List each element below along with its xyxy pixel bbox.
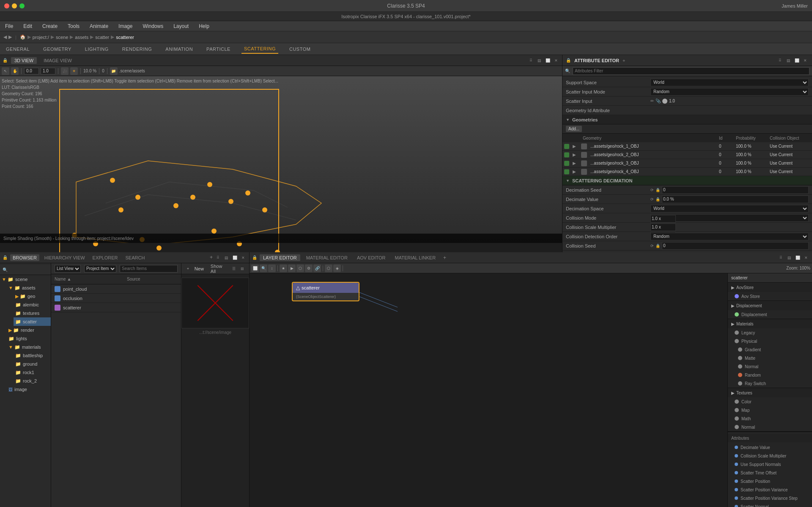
table-row[interactable]: ▶ ...assets/geo/rock_3_OBJ 0 100.0 % Use… <box>562 159 812 168</box>
collision-scale-x[interactable] <box>650 215 676 223</box>
sidebar-item-ray-switch[interactable]: Ray Switch <box>728 379 812 388</box>
geometries-section-header[interactable]: ▼ Geometries <box>562 115 812 124</box>
tree-item-rock2[interactable]: 📁 rock_2 <box>14 377 51 385</box>
attr-expand-icon[interactable]: ⬜ <box>793 57 800 64</box>
menu-image[interactable]: Image <box>117 22 134 30</box>
tool-6[interactable]: ⬡ <box>296 265 304 272</box>
tree-item-battleship[interactable]: 📁 battleship <box>14 351 51 360</box>
scene-3d-view[interactable]: Select: Select item (LMB) Add item to se… <box>0 76 562 243</box>
camera-icon[interactable]: 🎥 <box>61 67 69 75</box>
sidebar-attr-normal[interactable]: Scatter Normal <box>728 502 812 507</box>
sidebar-attr-use-normals[interactable]: Use Support Normals <box>728 460 812 468</box>
node-canvas[interactable]: △ scatterer (SceneObjectScatterer) <box>250 273 727 507</box>
grid-icon[interactable]: ⠿ <box>527 57 534 64</box>
menu-edit[interactable]: Edit <box>22 22 34 30</box>
tool-9[interactable]: ⬡ <box>325 265 332 272</box>
list-item[interactable]: scatterer <box>51 303 181 312</box>
tool-10[interactable]: ◈ <box>333 265 341 272</box>
tree-item-materials[interactable]: ▼ 📁 materials <box>7 343 51 351</box>
breadcrumb-scene[interactable]: scene <box>56 35 68 40</box>
tab-custom[interactable]: CUSTOM <box>287 45 313 53</box>
breadcrumb-project[interactable]: project:/ <box>33 35 49 40</box>
decimate-value-input[interactable] <box>662 196 809 203</box>
tab-material-linker[interactable]: MATERIAL LINKER <box>392 254 439 261</box>
tab-lighting[interactable]: LIGHTING <box>82 45 111 53</box>
tool-5[interactable]: ▶ <box>288 265 296 272</box>
collision-seed-input[interactable] <box>662 242 809 250</box>
sidebar-attr-pos-variance[interactable]: Scatter Position Variance <box>728 485 812 494</box>
browser-add-icon[interactable]: + <box>210 254 213 261</box>
menu-create[interactable]: Create <box>41 22 59 30</box>
editor-close-icon[interactable]: ✕ <box>803 254 809 261</box>
sidebar-item-matte[interactable]: Matte <box>728 354 812 362</box>
tab-particle[interactable]: PARTICLE <box>204 45 233 53</box>
collision-scale-y[interactable] <box>650 223 676 231</box>
tool-select[interactable]: ↖ <box>2 67 9 75</box>
sidebar-item-normal-tex[interactable]: Normal <box>728 423 812 431</box>
sidebar-aovstore-header[interactable]: ▶ AovStore <box>728 283 812 292</box>
tool-3[interactable]: ↕ <box>268 265 276 272</box>
node-scatterer[interactable]: △ scatterer (SceneObjectScatterer) <box>292 282 359 301</box>
menu-file[interactable]: File <box>3 22 15 30</box>
sidebar-attr-pos-var-step[interactable]: Scatter Position Variance Step <box>728 494 812 502</box>
preview-list-icon[interactable]: ☰ <box>230 265 237 272</box>
menu-animate[interactable]: Animate <box>88 22 110 30</box>
attr-scatter-input-value[interactable]: ✏ 📎 1.0 <box>650 99 809 104</box>
sidebar-attr-decimate-value[interactable]: Decimate Value <box>728 443 812 452</box>
close-button[interactable] <box>4 3 9 8</box>
tab-animation[interactable]: ANIMATION <box>163 45 195 53</box>
table-row[interactable]: ▶ ...assets/geo/rock_4_OBJ 0 100.0 % Use… <box>562 168 812 176</box>
viewport-tab-3d[interactable]: 3D VIEW <box>11 57 37 64</box>
editor-split-icon[interactable]: ▤ <box>786 254 793 261</box>
tree-item-image[interactable]: 🖼 image <box>7 385 51 394</box>
preview-new-label[interactable]: New <box>195 266 204 271</box>
browser-tab-hierarchy[interactable]: HIERARCHY VIEW <box>42 254 88 261</box>
tree-item-rock1[interactable]: 📁 rock1 <box>14 368 51 377</box>
menu-tools[interactable]: Tools <box>66 22 81 30</box>
menu-windows[interactable]: Windows <box>141 22 165 30</box>
tree-item-geo[interactable]: ▶ 📁 geo <box>14 292 51 300</box>
list-item[interactable]: occlusion <box>51 294 181 303</box>
view-select[interactable]: List View <box>55 265 81 273</box>
file-search-input[interactable] <box>120 265 178 273</box>
tab-material-editor[interactable]: MATERIAL EDITOR <box>303 254 351 261</box>
attr-grid-icon[interactable]: ⠿ <box>776 57 783 64</box>
tab-geometry[interactable]: GEOMETRY <box>41 45 74 53</box>
browser-split-icon[interactable]: ▤ <box>223 254 230 261</box>
menu-help[interactable]: Help <box>197 22 211 30</box>
tool-move[interactable]: ✋ <box>11 67 19 75</box>
tool-4[interactable]: ★ <box>280 265 287 272</box>
breadcrumb-scatterer[interactable]: scatterer <box>116 35 134 40</box>
attr-close-icon[interactable]: ✕ <box>802 57 809 64</box>
browser-expand-icon[interactable]: ⬜ <box>231 254 238 261</box>
collision-detection-dropdown[interactable]: Random <box>650 233 809 240</box>
sidebar-item-random[interactable]: Random <box>728 371 812 379</box>
scatter-input-mode-dropdown[interactable]: Random <box>650 88 809 96</box>
tab-scattering[interactable]: SCATTERING <box>241 44 278 54</box>
browser-grid-icon[interactable]: ⠿ <box>214 254 221 261</box>
viewport-canvas[interactable]: Select: Select item (LMB) Add item to se… <box>0 76 562 243</box>
decimation-seed-input[interactable] <box>662 186 809 194</box>
split-icon[interactable]: ▤ <box>536 57 543 64</box>
sun-icon[interactable]: ☀ <box>70 67 78 75</box>
sidebar-attr-time-offset[interactable]: Scatter Time Offset <box>728 468 812 477</box>
tab-rendering[interactable]: RENDERING <box>120 45 155 53</box>
tree-item-alembic[interactable]: 📁 alembic <box>14 300 51 309</box>
viewport-tab-image[interactable]: IMAGE VIEW <box>40 57 75 64</box>
sidebar-item-color[interactable]: Color <box>728 397 812 406</box>
browser-tab-search[interactable]: SEARCH <box>123 254 148 261</box>
sidebar-item-legacy[interactable]: Legacy <box>728 328 812 337</box>
tab-aov-editor[interactable]: AOV EDITOR <box>354 254 389 261</box>
y-input[interactable] <box>41 68 55 74</box>
browser-tab-explorer[interactable]: EXPLORER <box>90 254 121 261</box>
editor-grid-icon[interactable]: ⠿ <box>777 254 784 261</box>
tree-item-textures[interactable]: 📁 textures <box>14 309 51 317</box>
nav-back[interactable]: ◀ <box>3 34 7 40</box>
project-item-select[interactable]: Project Item <box>84 265 116 273</box>
tree-item-lights[interactable]: 📁 lights <box>7 334 51 343</box>
sidebar-item-normal[interactable]: Normal <box>728 362 812 371</box>
sidebar-item-physical[interactable]: Physical <box>728 337 812 345</box>
folder-icon[interactable]: 📁 <box>110 67 118 75</box>
maximize-button[interactable] <box>19 3 25 8</box>
tree-item-scatter[interactable]: 📁 scatter <box>14 317 51 326</box>
